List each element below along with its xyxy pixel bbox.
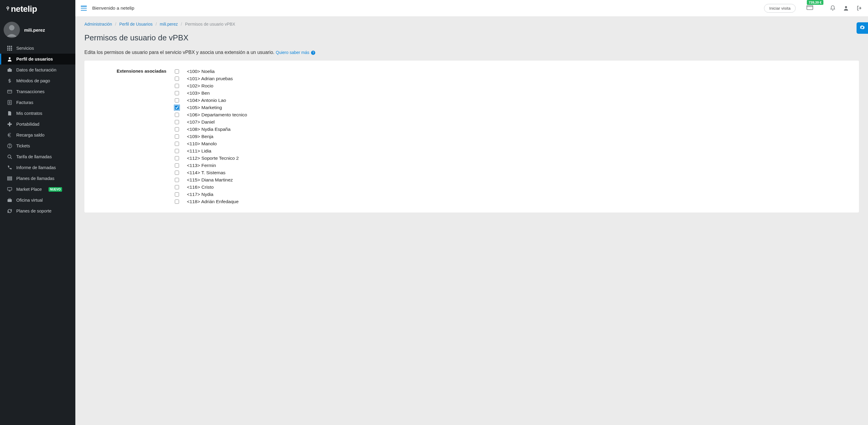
extension-checkbox[interactable] <box>175 113 179 117</box>
breadcrumb-separator: / <box>156 22 157 27</box>
extension-item: <109> Benja <box>175 133 846 140</box>
extension-checkbox[interactable] <box>175 134 179 139</box>
user-block[interactable]: mili.perez <box>0 19 75 43</box>
sidebar-item-mis-contratos[interactable]: Mis contratos <box>0 108 75 119</box>
svg-point-3 <box>9 25 14 30</box>
sidebar-item-servicios[interactable]: Servicios <box>0 43 75 54</box>
sidebar-item-label: Recarga saldo <box>16 133 44 138</box>
balance-block[interactable]: 739,39 € <box>807 5 823 11</box>
extension-checkbox[interactable] <box>175 200 179 204</box>
extension-item: <110> Manolo <box>175 140 846 147</box>
extension-item: <113> Fermin <box>175 162 846 169</box>
menu-toggle-icon[interactable] <box>81 6 87 10</box>
sidebar-item-label: Portabilidad <box>16 122 39 127</box>
grid-icon <box>7 46 12 51</box>
extension-item: <111> Lidia <box>175 147 846 155</box>
extension-checkbox[interactable] <box>175 192 179 196</box>
extension-checkbox[interactable] <box>175 84 179 88</box>
extension-label: <116> Cristo <box>187 184 214 190</box>
sidebar-item-informe-de-llamadas[interactable]: Informe de llamadas <box>0 162 75 173</box>
file-icon <box>7 100 12 105</box>
sidebar: netelip mili.perez ServiciosPerfil de us… <box>0 0 75 425</box>
sidebar-item-perfil-de-usuarios[interactable]: Perfil de usuarios <box>0 54 75 64</box>
breadcrumb-separator: / <box>115 22 116 27</box>
welcome-text: Bienvenido a netelip <box>92 5 134 11</box>
sidebar-item-market-place[interactable]: Market PlaceNUEVO <box>0 184 75 195</box>
sidebar-item-label: Planes de llamadas <box>16 176 55 181</box>
sidebar-item-recarga-saldo[interactable]: Recarga saldo <box>0 130 75 141</box>
extension-checkbox[interactable] <box>175 69 179 73</box>
breadcrumb-item[interactable]: Perfil de Usuarios <box>119 22 153 27</box>
extension-checkbox[interactable] <box>175 185 179 189</box>
extension-item: <106> Departamento tecnico <box>175 111 846 118</box>
help-icon <box>7 144 12 148</box>
extension-checkbox[interactable] <box>175 171 179 175</box>
sidebar-item-label: Mis contratos <box>16 111 42 116</box>
svg-rect-22 <box>7 124 12 125</box>
briefcase2-icon <box>7 198 12 203</box>
extension-checkbox[interactable] <box>175 156 179 160</box>
settings-tab[interactable] <box>857 22 868 34</box>
extension-label: <107> Daniel <box>187 119 215 125</box>
extension-checkbox[interactable] <box>175 91 179 95</box>
sidebar-item-label: Facturas <box>16 100 33 105</box>
extension-item: <102> Rocio <box>175 82 846 90</box>
pin-icon <box>5 4 10 10</box>
breadcrumb-item[interactable]: mili.perez <box>160 22 178 27</box>
breadcrumb-item[interactable]: Administración <box>84 22 112 27</box>
extension-checkbox[interactable] <box>175 149 179 153</box>
sidebar-item-portabilidad[interactable]: Portabilidad <box>0 119 75 130</box>
logout-icon[interactable] <box>856 5 863 11</box>
sidebar-item-datos-de-facturación[interactable]: Datos de facturación <box>0 64 75 75</box>
extension-checkbox[interactable] <box>175 178 179 182</box>
sidebar-item-transacciones[interactable]: Transacciones <box>0 86 75 97</box>
extension-checkbox[interactable] <box>175 98 179 102</box>
extension-item: <108> Nydia España <box>175 126 846 133</box>
extension-checkbox[interactable] <box>175 77 179 81</box>
card-icon <box>807 6 813 11</box>
svg-rect-7 <box>7 48 8 49</box>
sidebar-item-oficina-virtual[interactable]: Oficina virtual <box>0 195 75 206</box>
card-icon <box>7 89 12 94</box>
sidebar-item-planes-de-llamadas[interactable]: Planes de llamadas <box>0 173 75 184</box>
sidebar-item-facturas[interactable]: Facturas <box>0 97 75 108</box>
extension-label: <117> Nydia <box>187 192 213 197</box>
extension-checkbox[interactable] <box>175 105 179 110</box>
extension-item: <105> Marketing <box>175 104 846 111</box>
logo[interactable]: netelip <box>5 4 70 14</box>
extension-item: <100> Noelia <box>175 68 846 75</box>
svg-rect-9 <box>11 48 12 49</box>
user-icon <box>7 57 12 61</box>
extension-label: <118> Adrián Enfedaque <box>187 199 239 204</box>
breadcrumb: Administración/Perfil de Usuarios/mili.p… <box>75 16 868 29</box>
sidebar-item-tarifa-de-llamadas[interactable]: Tarifa de llamadas <box>0 151 75 162</box>
extension-checkbox[interactable] <box>175 163 179 168</box>
extension-checkbox[interactable] <box>175 142 179 146</box>
svg-rect-35 <box>807 5 813 10</box>
sidebar-nav: ServiciosPerfil de usuariosDatos de fact… <box>0 43 75 425</box>
svg-line-26 <box>10 158 12 159</box>
bell-icon[interactable] <box>830 5 836 11</box>
svg-rect-6 <box>11 46 12 47</box>
user-icon[interactable] <box>843 5 849 11</box>
extension-label: <112> Soporte Tecnico 2 <box>187 155 239 161</box>
svg-rect-15 <box>7 90 12 93</box>
extensions-panel: Extensiones asociadas <100> Noelia<101> … <box>84 61 859 212</box>
help-link[interactable]: Quiero saber más ? <box>276 50 315 55</box>
topbar: Bienvenido a netelip Iniciar visita 739,… <box>75 0 868 16</box>
extension-label: <102> Rocio <box>187 83 213 89</box>
extension-item: <107> Daniel <box>175 118 846 126</box>
svg-point-13 <box>9 57 10 59</box>
extension-checkbox[interactable] <box>175 120 179 124</box>
svg-rect-14 <box>7 69 12 72</box>
extensions-list: <100> Noelia<101> Adrian pruebas<102> Ro… <box>175 68 846 205</box>
sidebar-item-métodos-de-pago[interactable]: Métodos de pago <box>0 75 75 86</box>
sidebar-item-planes-de-soporte[interactable]: Planes de soporte <box>0 206 75 216</box>
extension-checkbox[interactable] <box>175 127 179 131</box>
extension-item: <115> Diana Martinez <box>175 176 846 184</box>
sidebar-item-tickets[interactable]: Tickets <box>0 141 75 151</box>
start-visit-button[interactable]: Iniciar visita <box>764 4 796 13</box>
breadcrumb-separator: / <box>181 22 182 27</box>
svg-point-25 <box>8 155 11 158</box>
extensions-label: Extensiones asociadas <box>97 68 166 73</box>
